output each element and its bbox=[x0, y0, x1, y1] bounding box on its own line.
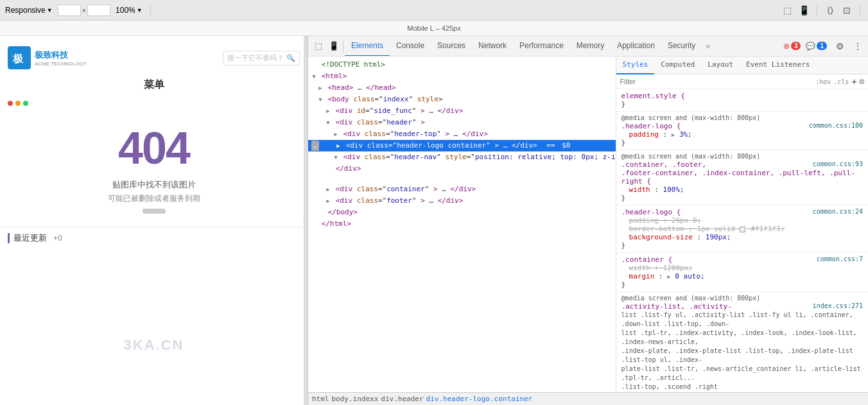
filter-bar: :hov .cls + ⊡ bbox=[616, 74, 868, 89]
html-line: <div class="container" > … </div> bbox=[308, 184, 616, 195]
tab-event-listeners[interactable]: Event Listeners bbox=[740, 56, 816, 74]
dot-green bbox=[23, 101, 28, 106]
error-icon: ⊗ bbox=[783, 42, 790, 51]
html-line: <!DOCTYPE html> bbox=[308, 59, 616, 71]
preview-header: 极 极致科技 ACME TECHNOLOGY 搜一下它不香吗？ 🔍 bbox=[0, 42, 308, 73]
html-line-selected[interactable]: … <div class="header-logo container" > …… bbox=[308, 140, 616, 151]
resize-handle[interactable]: ⋮ bbox=[304, 36, 308, 405]
main-layout: 极 极致科技 ACME TECHNOLOGY 搜一下它不香吗？ 🔍 菜单 bbox=[0, 36, 868, 405]
tab-console[interactable]: Console bbox=[390, 36, 431, 56]
css-rule: @media screen and (max-width: 800px) .co… bbox=[616, 150, 868, 205]
html-line: <body class="indexx" style> bbox=[308, 94, 616, 105]
tab-elements[interactable]: Elements bbox=[345, 36, 390, 56]
breadcrumb-html[interactable]: html bbox=[312, 395, 329, 403]
filter-hov[interactable]: :hov bbox=[815, 78, 831, 85]
css-rule: element.style { } bbox=[616, 89, 868, 112]
preview-logo: 极 极致科技 ACME TECHNOLOGY bbox=[8, 46, 87, 69]
error-button[interactable] bbox=[143, 209, 166, 214]
separator bbox=[150, 4, 151, 17]
html-line: <html> bbox=[308, 71, 616, 82]
html-line bbox=[308, 175, 616, 184]
more-options-icon[interactable]: ⋮ bbox=[850, 39, 865, 54]
info-badge-wrap: 💬 1 bbox=[806, 42, 827, 51]
recent-update: 最近更新 +0 bbox=[0, 227, 308, 249]
logo-text-block: 极致科技 ACME TECHNOLOGY bbox=[35, 49, 87, 67]
css-rule: .container { common.css:7 width : 1200px… bbox=[616, 253, 868, 292]
expand-icon[interactable]: ⊡ bbox=[860, 77, 864, 86]
dots-row bbox=[0, 97, 308, 110]
height-input[interactable]: 538 bbox=[87, 4, 110, 16]
add-style-icon[interactable]: + bbox=[851, 76, 856, 87]
error-badge: 3 bbox=[791, 42, 801, 50]
devtools-panel: ⬚ 📱 Elements Console Sources Network Per… bbox=[308, 36, 868, 405]
breadcrumb-bar: html body.indexx div.header div.header-l… bbox=[308, 392, 868, 405]
styles-tabs: Styles Computed Layout Event Listeners bbox=[616, 56, 868, 74]
info-badge: 1 bbox=[817, 42, 827, 50]
html-line: </html> bbox=[308, 218, 616, 230]
search-box[interactable]: 搜一下它不香吗？ 🔍 bbox=[223, 51, 300, 65]
tab-memory[interactable]: Memory bbox=[570, 36, 611, 56]
error-badge-wrap: ⊗ 3 bbox=[783, 42, 801, 51]
html-panel[interactable]: <!DOCTYPE html> <html> <head> … </head> bbox=[308, 56, 616, 392]
filter-input[interactable] bbox=[620, 78, 813, 85]
tab-application[interactable]: Application bbox=[611, 36, 661, 56]
update-bar bbox=[8, 233, 10, 243]
tab-security[interactable]: Security bbox=[661, 36, 702, 56]
dot-red bbox=[8, 101, 13, 106]
html-line: <div class="header-top" > … </div> bbox=[308, 128, 616, 140]
svg-text:极: 极 bbox=[12, 53, 24, 64]
zoom-selector[interactable]: 100% ▼ bbox=[116, 6, 143, 15]
tab-sources[interactable]: Sources bbox=[431, 36, 472, 56]
dropdown-arrow: ▼ bbox=[47, 7, 53, 13]
responsive-dropdown[interactable]: Responsive ▼ bbox=[5, 6, 53, 15]
devtools-content: <!DOCTYPE html> <html> <head> … </head> bbox=[308, 56, 868, 392]
tab-styles[interactable]: Styles bbox=[616, 56, 655, 74]
breadcrumb-current[interactable]: div.header-logo.container bbox=[426, 395, 533, 403]
device-icon[interactable]: 📱 bbox=[797, 4, 810, 17]
sep2 bbox=[817, 4, 817, 17]
preview-content: 极 极致科技 ACME TECHNOLOGY 搜一下它不香吗？ 🔍 菜单 bbox=[0, 36, 308, 255]
inspect-icon[interactable]: ⬚ bbox=[781, 4, 794, 17]
dot-yellow bbox=[15, 101, 21, 106]
devtools-tabs: ⬚ 📱 Elements Console Sources Network Per… bbox=[308, 36, 868, 56]
zoom-arrow: ▼ bbox=[137, 7, 143, 13]
menu-bar: 菜单 bbox=[0, 73, 308, 97]
tab-performance[interactable]: Performance bbox=[513, 36, 570, 56]
more-tabs[interactable]: » bbox=[702, 42, 714, 51]
info-icon: 💬 bbox=[806, 42, 815, 51]
css-rule: @media screen and (max-width: 800px) .ac… bbox=[616, 292, 868, 392]
html-line: </div> bbox=[308, 163, 616, 175]
inspect-element-icon[interactable]: ⬚ bbox=[311, 39, 326, 54]
html-line: </body> bbox=[308, 207, 616, 218]
devtools-icon[interactable]: ⊡ bbox=[840, 4, 853, 17]
top-bar: Responsive ▼ 357 × 538 100% ▼ ⬚ 📱 ⟨⟩ ⊡ bbox=[0, 0, 868, 21]
preview-404: 404 贴图库中找不到该图片 可能已被删除或者服务到期 bbox=[0, 110, 308, 227]
html-line: <div class="header" > bbox=[308, 117, 616, 128]
html-line: <div class="header-nav" style="position:… bbox=[308, 151, 616, 163]
tab-separator bbox=[343, 40, 343, 53]
breadcrumb-div-header[interactable]: div.header bbox=[381, 395, 423, 403]
breadcrumb-body[interactable]: body.indexx bbox=[332, 395, 379, 403]
width-input[interactable]: 357 bbox=[58, 4, 81, 16]
mobile-label-bar: Mobile L – 425px bbox=[0, 21, 868, 36]
css-rule: @media screen and (max-width: 800px) .he… bbox=[616, 112, 868, 150]
preview-panel: 极 极致科技 ACME TECHNOLOGY 搜一下它不香吗？ 🔍 菜单 bbox=[0, 36, 308, 405]
toolbar-icons: ⬚ 📱 ⟨⟩ ⊡ bbox=[781, 4, 863, 17]
html-line: <div id="side_func" > … </div> bbox=[308, 105, 616, 117]
tab-layout[interactable]: Layout bbox=[701, 56, 740, 74]
styles-panel[interactable]: Styles Computed Layout Event Listeners bbox=[616, 56, 868, 392]
settings-icon[interactable]: ⚙ bbox=[832, 39, 847, 54]
search-icon: 🔍 bbox=[286, 54, 295, 62]
elements-tab-icon[interactable]: ⟨⟩ bbox=[824, 4, 837, 17]
tab-computed[interactable]: Computed bbox=[654, 56, 701, 74]
viewport-size: 357 × 538 bbox=[58, 4, 110, 16]
tab-network[interactable]: Network bbox=[472, 36, 513, 56]
css-rule: .header-logo { common.css:24 padding : 2… bbox=[616, 205, 868, 253]
watermark: 3KA.CN bbox=[124, 337, 184, 354]
filter-cls[interactable]: .cls bbox=[833, 78, 849, 85]
ellipsis-indicator: … bbox=[311, 141, 318, 151]
html-line: <div class="footer" > … </div> bbox=[308, 195, 616, 207]
responsive-icon[interactable]: 📱 bbox=[326, 39, 342, 54]
devtools-right-icons: ⊗ 3 💬 1 ⚙ ⋮ bbox=[783, 39, 865, 54]
html-line: <head> … </head> bbox=[308, 82, 616, 94]
